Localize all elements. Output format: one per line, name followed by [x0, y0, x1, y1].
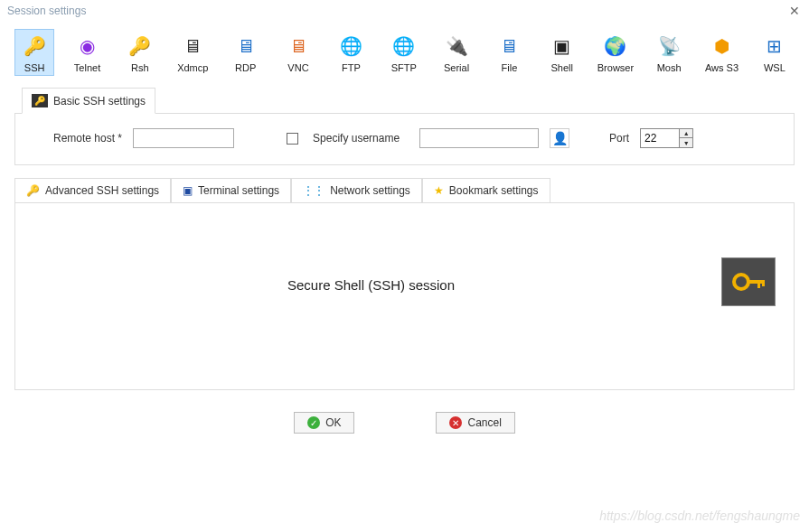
session-description: Secure Shell (SSH) session	[287, 277, 455, 293]
close-icon[interactable]: ✕	[789, 4, 800, 18]
session-type-label: WSL	[764, 62, 785, 73]
tab-label: Terminal settings	[198, 184, 279, 197]
cancel-button[interactable]: ✕ Cancel	[436, 412, 514, 434]
session-type-ssh[interactable]: 🔑SSH	[14, 29, 54, 76]
rsh-icon: 🔑	[127, 33, 153, 59]
session-type-ftp[interactable]: 🌐FTP	[331, 29, 371, 76]
browser-icon: 🌍	[603, 33, 628, 59]
svg-rect-3	[762, 280, 765, 286]
net-tab-icon: ⋮⋮	[303, 184, 325, 197]
session-type-serial[interactable]: 🔌Serial	[437, 29, 476, 76]
spinner-down-icon[interactable]: ▼	[680, 138, 692, 147]
xdmcp-icon: 🖥	[180, 33, 205, 59]
tab-label: Bookmark settings	[449, 184, 539, 197]
ftp-icon: 🌐	[338, 33, 363, 59]
port-spinner[interactable]: ▲ ▼	[680, 128, 693, 148]
window-title: Session settings	[7, 5, 86, 17]
session-type-label: SFTP	[391, 62, 417, 73]
session-type-list: 🔑SSH◉Telnet🔑Rsh🖥Xdmcp🖥RDP🖥VNC🌐FTP🌐SFTP🔌S…	[0, 23, 809, 89]
tab-label: Network settings	[330, 184, 410, 197]
spinner-up-icon[interactable]: ▲	[680, 129, 692, 138]
session-type-telnet[interactable]: ◉Telnet	[67, 29, 107, 76]
cancel-label: Cancel	[467, 416, 501, 429]
tab-basic-ssh[interactable]: 🔑 Basic SSH settings	[22, 88, 155, 114]
session-type-xdmcp[interactable]: 🖥Xdmcp	[173, 29, 212, 76]
serial-icon: 🔌	[444, 33, 469, 59]
svg-point-0	[734, 275, 748, 289]
ok-icon: ✓	[307, 416, 320, 429]
session-type-label: Mosh	[657, 62, 682, 73]
session-type-aws[interactable]: ⬢Aws S3	[701, 29, 741, 76]
port-label: Port	[609, 132, 629, 145]
session-type-label: VNC	[287, 62, 308, 73]
tab-label: Advanced SSH settings	[45, 184, 159, 197]
bm-tab-icon: ★	[434, 184, 444, 197]
session-type-mosh[interactable]: 📡Mosh	[649, 29, 689, 76]
session-type-label: FTP	[342, 62, 361, 73]
detail-tabs: 🔑Advanced SSH settings▣Terminal settings…	[14, 178, 795, 203]
cancel-icon: ✕	[449, 416, 462, 429]
tab-term[interactable]: ▣Terminal settings	[171, 178, 291, 203]
remote-host-label: Remote host *	[53, 132, 122, 145]
session-key-icon	[721, 257, 776, 306]
session-type-label: Browser	[597, 62, 634, 73]
session-type-label: SSH	[24, 62, 45, 73]
ssh-icon: 🔑	[22, 33, 47, 59]
session-type-label: Serial	[444, 62, 469, 73]
tab-net[interactable]: ⋮⋮Network settings	[291, 178, 422, 203]
basic-ssh-panel: Remote host * Specify username 👤 Port ▲ …	[14, 113, 795, 165]
mosh-icon: 📡	[656, 33, 682, 59]
adv-tab-icon: 🔑	[26, 184, 40, 197]
session-type-shell[interactable]: ▣Shell	[542, 29, 582, 76]
aws-icon: ⬢	[709, 33, 734, 59]
session-type-wsl[interactable]: ⊞WSL	[755, 29, 795, 76]
session-type-file[interactable]: 🖥File	[489, 29, 529, 76]
session-type-label: File	[502, 62, 518, 73]
key-icon: 🔑	[32, 94, 48, 107]
session-type-label: Shell	[551, 62, 573, 73]
user-picker-icon[interactable]: 👤	[550, 128, 569, 148]
watermark-text: https://blog.csdn.net/fengshaungme	[599, 509, 800, 523]
dialog-buttons: ✓ OK ✕ Cancel	[0, 405, 809, 439]
svg-rect-2	[757, 280, 760, 288]
wsl-icon: ⊞	[762, 33, 787, 59]
specify-username-label: Specify username	[313, 132, 400, 145]
session-detail-panel: Secure Shell (SSH) session	[14, 202, 795, 390]
session-type-label: RDP	[235, 62, 256, 73]
session-type-label: Rsh	[131, 62, 149, 73]
ok-label: OK	[325, 416, 341, 429]
svg-rect-1	[747, 280, 763, 284]
session-type-browser[interactable]: 🌍Browser	[595, 29, 636, 76]
file-icon: 🖥	[496, 33, 522, 59]
session-type-vnc[interactable]: 🖥VNC	[278, 29, 318, 76]
session-type-label: Xdmcp	[177, 62, 208, 73]
session-type-label: Telnet	[74, 62, 100, 73]
shell-icon: ▣	[550, 33, 575, 59]
term-tab-icon: ▣	[183, 184, 193, 197]
ok-button[interactable]: ✓ OK	[294, 412, 354, 434]
port-input[interactable]	[640, 128, 680, 148]
username-input[interactable]	[419, 128, 539, 148]
rdp-icon: 🖥	[233, 33, 259, 59]
specify-username-checkbox[interactable]	[287, 133, 298, 145]
session-type-sftp[interactable]: 🌐SFTP	[384, 29, 424, 76]
tab-label: Basic SSH settings	[53, 95, 146, 107]
telnet-icon: ◉	[75, 33, 100, 59]
session-type-rsh[interactable]: 🔑Rsh	[120, 29, 160, 76]
session-type-rdp[interactable]: 🖥RDP	[225, 29, 265, 76]
sftp-icon: 🌐	[391, 33, 417, 59]
session-type-label: Aws S3	[705, 62, 738, 73]
tab-adv[interactable]: 🔑Advanced SSH settings	[14, 178, 171, 203]
remote-host-input[interactable]	[133, 128, 234, 148]
tab-bm[interactable]: ★Bookmark settings	[422, 178, 550, 203]
vnc-icon: 🖥	[286, 33, 311, 59]
